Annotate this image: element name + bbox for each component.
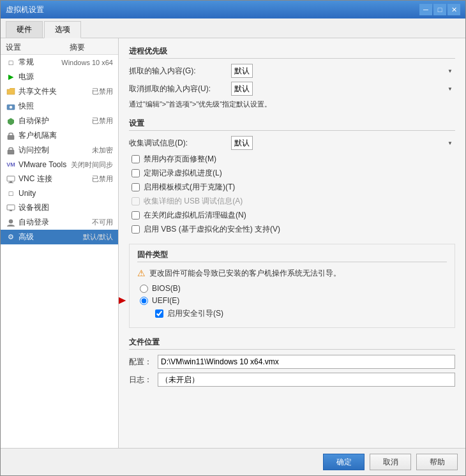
guest-isolation-icon <box>6 131 16 141</box>
advanced-icon: ⚙ <box>6 232 16 242</box>
disable-page-trim-checkbox[interactable] <box>132 155 140 163</box>
debug-select-wrapper: 默认 <box>231 136 455 150</box>
sidebar-item-power[interactable]: ▶ 电源 <box>1 70 118 84</box>
access-control-icon <box>6 145 16 156</box>
cancel-button[interactable]: 取消 <box>370 454 411 470</box>
general-value: Windows 10 x64 <box>61 59 113 66</box>
left-panel: 设置 摘要 □ 常规 Windows 10 x64 ▶ 电源 <box>1 38 119 448</box>
advanced-label: 高级 <box>19 232 83 242</box>
sidebar-item-shared-folders[interactable]: 共享文件夹 已禁用 <box>1 84 118 99</box>
log-progress-label: 定期记录虚拟机进度(L) <box>144 168 222 179</box>
unity-label: Unity <box>19 189 113 198</box>
access-control-label: 访问控制 <box>19 145 92 156</box>
template-mode-label: 启用模板模式(用于克隆)(T) <box>144 182 235 193</box>
file-location-section: 文件位置 配置： 日志： <box>129 337 455 387</box>
svg-rect-2 <box>8 135 14 140</box>
col-header-summary: 摘要 <box>70 42 113 53</box>
snapshot-label: 快照 <box>19 101 113 112</box>
uefi-label: UEFI(E) <box>152 296 179 305</box>
log-progress-checkbox[interactable] <box>132 169 140 177</box>
snapshot-icon <box>6 101 16 112</box>
clean-disk-checkbox[interactable] <box>132 211 140 219</box>
file-location-title: 文件位置 <box>129 337 455 350</box>
sidebar-item-snapshot[interactable]: 快照 <box>1 99 118 114</box>
shared-folders-label: 共享文件夹 <box>19 86 92 97</box>
vbs-checkbox[interactable] <box>132 225 140 234</box>
firmware-warning-text: 更改固件可能会导致已安装的客户机操作系统无法引导。 <box>149 267 341 279</box>
log-input[interactable] <box>158 373 455 387</box>
svg-rect-6 <box>8 182 13 183</box>
usb-debug-checkbox[interactable] <box>132 197 140 205</box>
svg-rect-8 <box>10 210 12 211</box>
autoprotect-icon <box>6 116 16 126</box>
auto-login-label: 自动登录 <box>19 217 92 228</box>
log-row: 日志： <box>129 373 455 387</box>
advanced-value: 默认/默认 <box>83 232 113 242</box>
vnc-value: 已禁用 <box>92 174 113 184</box>
secure-boot-checkbox[interactable] <box>155 309 163 318</box>
help-button[interactable]: 帮助 <box>416 454 458 470</box>
uncapture-select[interactable]: 默认 <box>231 82 253 96</box>
bios-radio[interactable] <box>140 285 148 293</box>
sidebar-item-autoprotect[interactable]: 自动保护 已禁用 <box>1 114 118 128</box>
tab-hardware[interactable]: 硬件 <box>6 21 43 38</box>
priority-section: 进程优先级 抓取的输入内容(G): 默认 取消抓取的输入内容(U): <box>129 46 455 109</box>
red-arrow-icon: ➤ <box>119 292 126 309</box>
sidebar-item-vnc[interactable]: VNC 连接 已禁用 <box>1 172 118 186</box>
capture-select[interactable]: 默认 <box>231 64 253 78</box>
window-title: 虚拟机设置 <box>6 4 44 15</box>
sidebar-item-unity[interactable]: □ Unity <box>1 186 118 200</box>
uncapture-row: 取消抓取的输入内容(U): 默认 <box>129 82 455 96</box>
device-view-icon <box>6 203 16 213</box>
secure-boot-row: 启用安全引导(S) <box>137 308 447 319</box>
checkbox-disable-page-trim: 禁用内存页面修整(M) <box>129 154 455 165</box>
autoprotect-value: 已禁用 <box>92 116 113 126</box>
settings-list: □ 常规 Windows 10 x64 ▶ 电源 共享文件夹 已禁用 <box>1 55 118 244</box>
power-label: 电源 <box>19 71 113 82</box>
disable-page-trim-label: 禁用内存页面修整(M) <box>144 154 216 165</box>
svg-rect-7 <box>7 205 15 210</box>
sidebar-item-advanced[interactable]: ⚙ 高级 默认/默认 <box>1 230 118 244</box>
priority-note: 通过"编辑">"首选项">"优先级"指定默认设置。 <box>129 100 455 109</box>
uncapture-label: 取消抓取的输入内容(U): <box>129 84 231 94</box>
radio-uefi-row: ➤ UEFI(E) <box>137 296 447 305</box>
svg-rect-4 <box>7 176 15 181</box>
sidebar-item-device-view[interactable]: 设备视图 <box>1 200 118 215</box>
sidebar-item-vmware-tools[interactable]: VM VMware Tools 关闭时间同步 <box>1 158 118 172</box>
template-mode-checkbox[interactable] <box>132 183 140 191</box>
content-area: 设置 摘要 □ 常规 Windows 10 x64 ▶ 电源 <box>1 38 465 448</box>
capture-row: 抓取的输入内容(G): 默认 <box>129 64 455 78</box>
checkbox-usb-debug: 收集详细的 USB 调试信息(A) <box>129 196 455 207</box>
sidebar-item-general[interactable]: □ 常规 Windows 10 x64 <box>1 55 118 70</box>
maximize-button[interactable]: □ <box>433 4 446 15</box>
right-panel: 进程优先级 抓取的输入内容(G): 默认 取消抓取的输入内容(U): <box>119 38 465 448</box>
clean-disk-label: 在关闭此虚拟机后清理磁盘(N) <box>144 210 246 221</box>
auto-login-value: 不可用 <box>92 218 113 227</box>
guest-isolation-label: 客户机隔离 <box>19 130 113 141</box>
minimize-button[interactable]: ─ <box>419 4 432 15</box>
vmware-tools-label: VMware Tools <box>19 160 71 169</box>
general-label: 常规 <box>19 57 61 68</box>
checkbox-clean-disk: 在关闭此虚拟机后清理磁盘(N) <box>129 210 455 221</box>
main-window: 虚拟机设置 ─ □ ✕ 硬件 选项 设置 摘要 □ 常规 Windows 10 … <box>0 0 466 476</box>
general-icon: □ <box>6 57 16 68</box>
close-button[interactable]: ✕ <box>447 4 460 15</box>
auto-login-icon <box>6 218 16 228</box>
tab-options[interactable]: 选项 <box>44 21 81 38</box>
config-input[interactable] <box>158 355 455 369</box>
vbs-label: 启用 VBS (基于虚拟化的安全性) 支持(V) <box>144 224 280 235</box>
uefi-radio[interactable] <box>140 297 148 305</box>
col-header-settings: 设置 <box>6 42 70 53</box>
capture-label: 抓取的输入内容(G): <box>129 66 231 77</box>
sidebar-item-guest-isolation[interactable]: 客户机隔离 <box>1 128 118 143</box>
debug-row: 收集调试信息(D): 默认 <box>129 136 455 150</box>
sidebar-item-access-control[interactable]: 访问控制 未加密 <box>1 143 118 158</box>
sidebar-item-auto-login[interactable]: 自动登录 不可用 <box>1 215 118 230</box>
title-controls: ─ □ ✕ <box>419 4 460 15</box>
vmware-tools-icon: VM <box>6 160 16 170</box>
ok-button[interactable]: 确定 <box>323 454 365 470</box>
title-bar: 虚拟机设置 ─ □ ✕ <box>1 1 465 19</box>
config-row: 配置： <box>129 355 455 369</box>
capture-select-wrapper: 默认 <box>231 64 455 78</box>
debug-select[interactable]: 默认 <box>231 136 253 150</box>
